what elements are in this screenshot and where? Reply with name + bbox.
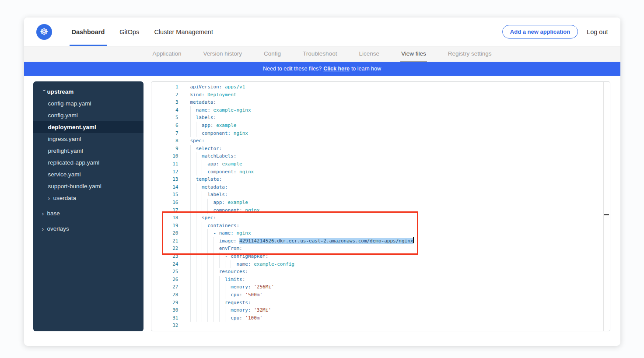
code-line-9[interactable]: 9 selector: [151, 145, 610, 153]
nav-item-gitops[interactable]: GitOps [117, 18, 141, 46]
tab-troubleshoot[interactable]: Troubleshoot [302, 46, 338, 62]
indent-guide [196, 160, 196, 168]
code-text: - name: nginx [190, 230, 251, 236]
chevron-right-icon[interactable]: › [42, 225, 47, 232]
code-line-18[interactable]: 18 spec: [151, 214, 610, 222]
indent-guide [213, 299, 214, 307]
tab-application[interactable]: Application [151, 46, 182, 62]
code-line-5[interactable]: 5 labels: [151, 114, 610, 122]
tab-config[interactable]: Config [263, 46, 282, 62]
code-line-2[interactable]: 2kind: Deployment [151, 91, 610, 99]
tree-file-support-bundle-yaml[interactable]: support-bundle.yaml [33, 180, 144, 192]
indent-guide [231, 260, 231, 268]
line-number: 8 [151, 137, 178, 145]
indent-guide [196, 207, 196, 214]
indent-guide [213, 283, 214, 291]
code-line-3[interactable]: 3metadata: [151, 98, 610, 106]
code-line-16[interactable]: 16 app: example [151, 199, 610, 207]
code-line-27[interactable]: 27 memory: '256Mi' [151, 283, 610, 291]
code-line-1[interactable]: 1apiVersion: apps/v1 [151, 83, 610, 91]
code-line-21[interactable]: 21 image: 429114214526.dkr.ecr.us-east-2… [151, 237, 610, 245]
code-line-13[interactable]: 13 template: [151, 175, 610, 183]
code-lines: 1apiVersion: apps/v12kind: Deployment3me… [151, 82, 610, 330]
line-number: 13 [151, 175, 178, 183]
indent-guide [196, 299, 196, 307]
code-line-10[interactable]: 10 matchLabels: [151, 152, 610, 160]
tree-folder-userdata[interactable]: ›userdata [33, 192, 144, 204]
code-line-body: requests: [190, 299, 251, 307]
indent-guide [219, 260, 220, 268]
tree-file-deployment-yaml[interactable]: deployment.yaml [33, 121, 144, 133]
tree-file-config-yaml[interactable]: config.yaml [33, 109, 144, 121]
code-line-15[interactable]: 15 labels: [151, 191, 610, 199]
indent-guide [207, 229, 208, 237]
code-text: component: nginx [190, 207, 260, 213]
tree-file-ingress-yaml[interactable]: ingress.yaml [33, 133, 144, 145]
code-line-7[interactable]: 7 component: nginx [151, 130, 610, 137]
code-line-28[interactable]: 28 cpu: '500m' [151, 291, 610, 299]
tree-folder-base[interactable]: ›base [33, 207, 144, 219]
code-line-31[interactable]: 31 cpu: '100m' [151, 314, 610, 322]
indent-guide [202, 245, 202, 253]
code-line-body: labels: [190, 191, 228, 199]
indent-guide [190, 283, 191, 291]
nav-item-dashboard[interactable]: Dashboard [70, 18, 107, 46]
tab-version-history[interactable]: Version history [203, 46, 243, 62]
banner-click-here-link[interactable]: Click here [323, 66, 350, 72]
tree-file-config-map-yaml[interactable]: config-map.yaml [33, 98, 144, 109]
code-line-17[interactable]: 17 component: nginx [151, 207, 610, 214]
code-line-32[interactable]: 32 [151, 322, 610, 330]
code-line-body: envFrom: [190, 245, 242, 253]
code-line-24[interactable]: 24 name: example-config [151, 260, 610, 268]
tree-file-replicated-app-yaml[interactable]: replicated-app.yaml [33, 157, 144, 168]
indent-guide [190, 291, 191, 299]
code-line-14[interactable]: 14 metadata: [151, 183, 610, 191]
tab-license[interactable]: License [358, 46, 380, 62]
chevron-right-icon[interactable]: › [42, 210, 47, 217]
indent-guide [190, 268, 191, 276]
line-number: 2 [151, 91, 178, 99]
tree-item-label: base [47, 210, 60, 217]
app-tab-bar: ApplicationVersion historyConfigTroubles… [24, 46, 620, 62]
overview-ruler[interactable] [603, 82, 604, 331]
code-line-22[interactable]: 22 envFrom: [151, 245, 610, 253]
chevron-right-icon[interactable]: › [48, 195, 53, 202]
line-number: 31 [151, 314, 178, 322]
code-text: kind: Deployment [190, 92, 237, 98]
line-number: 11 [151, 160, 178, 168]
logout-link[interactable]: Log out [587, 28, 608, 35]
code-line-23[interactable]: 23 - configMapRef: [151, 253, 610, 260]
indent-guide [207, 253, 208, 260]
indent-guide [190, 191, 191, 199]
tree-file-preflight-yaml[interactable]: preflight.yaml [33, 145, 144, 157]
code-line-8[interactable]: 8spec: [151, 137, 610, 145]
indent-guide [202, 160, 202, 168]
code-line-11[interactable]: 11 app: example [151, 160, 610, 168]
code-text: name: example-nginx [190, 107, 251, 113]
code-line-12[interactable]: 12 component: nginx [151, 168, 610, 176]
code-line-26[interactable]: 26 limits: [151, 276, 610, 284]
code-line-body: component: nginx [190, 207, 260, 214]
code-line-29[interactable]: 29 requests: [151, 299, 610, 307]
yaml-editor[interactable]: 1apiVersion: apps/v12kind: Deployment3me… [151, 81, 610, 331]
code-line-19[interactable]: 19 containers: [151, 222, 610, 230]
tree-folder-overlays[interactable]: ›overlays [33, 223, 144, 235]
top-nav-items: DashboardGitOpsCluster Management [70, 18, 215, 46]
tree-item-label: overlays [47, 225, 69, 232]
code-line-6[interactable]: 6 app: example [151, 122, 610, 130]
tree-folder-upstream[interactable]: ›upstream [33, 86, 144, 98]
tab-registry-settings[interactable]: Registry settings [447, 46, 493, 62]
admin-console-window: ☸ DashboardGitOpsCluster Management Add … [24, 18, 620, 346]
code-line-20[interactable]: 20 - name: nginx [151, 229, 610, 237]
chevron-down-icon[interactable]: › [41, 89, 48, 95]
nav-item-cluster-management[interactable]: Cluster Management [152, 18, 215, 46]
line-number: 12 [151, 168, 178, 176]
code-line-25[interactable]: 25 resources: [151, 268, 610, 276]
tab-view-files[interactable]: View files [400, 46, 427, 62]
code-line-30[interactable]: 30 memory: '32Mi' [151, 306, 610, 314]
line-number: 3 [151, 98, 178, 106]
add-application-button[interactable]: Add a new application [502, 25, 578, 39]
code-line-4[interactable]: 4 name: example-nginx [151, 106, 610, 114]
tree-file-service-yaml[interactable]: service.yaml [33, 168, 144, 180]
indent-guide [202, 276, 202, 284]
